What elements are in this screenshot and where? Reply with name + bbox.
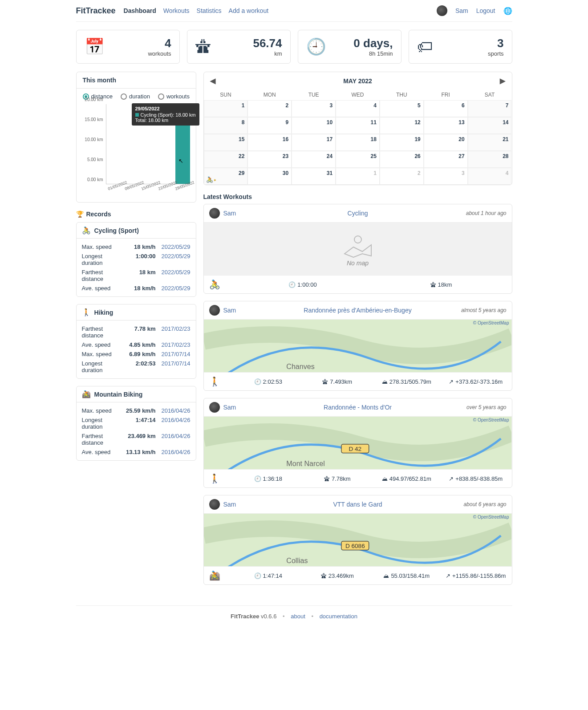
cal-cell[interactable]: 27 — [424, 151, 468, 168]
cal-cell[interactable]: 1 — [204, 100, 248, 117]
cal-cell[interactable]: 12 — [380, 117, 424, 134]
workout-stats: 🚶🕘2:02:53🛣7.493km⛰278.31/505.79m↗+373.62… — [204, 373, 512, 390]
workout-card: SamRandonnée près d'Ambérieu-en-Bugeyalm… — [203, 301, 512, 391]
nav-statistics[interactable]: Statistics — [197, 7, 222, 14]
language-icon[interactable]: 🌐 — [503, 7, 512, 15]
cal-cell[interactable]: 23 — [247, 151, 292, 168]
workout-map[interactable]: D 42Mont Narcel© OpenStreetMap — [204, 416, 512, 470]
footer-doc-link[interactable]: documentation — [320, 613, 357, 620]
workout-map[interactable]: D 6086Collias© OpenStreetMap — [204, 513, 512, 567]
stat-sports-label: sports — [488, 50, 503, 57]
cal-cell[interactable]: 1 — [336, 168, 380, 185]
record-date[interactable]: 2016/04/26 — [156, 407, 191, 414]
cal-cell[interactable]: 30 — [247, 168, 292, 185]
radio-duration[interactable]: duration — [121, 93, 150, 100]
avatar[interactable] — [209, 208, 220, 219]
record-date[interactable]: 2016/04/26 — [156, 449, 191, 455]
cal-cell[interactable]: 3 — [424, 168, 468, 185]
cal-cell[interactable]: 15 — [204, 134, 248, 151]
workout-card: SamVTT dans le Gardabout 6 years agoD 60… — [203, 495, 512, 585]
avatar[interactable] — [209, 402, 220, 413]
user-link[interactable]: Sam — [455, 7, 468, 14]
record-date[interactable]: 2022/05/29 — [156, 243, 191, 250]
footer-about-link[interactable]: about — [291, 613, 305, 620]
cal-cell[interactable]: 9 — [247, 117, 292, 134]
workout-title[interactable]: Randonnée près d'Ambérieu-en-Bugey — [304, 307, 411, 314]
avatar[interactable] — [209, 499, 220, 510]
cal-cell[interactable]: 18 — [336, 134, 380, 151]
cal-cell[interactable]: 25 — [336, 151, 380, 168]
cal-cell[interactable]: 28 — [468, 151, 512, 168]
cal-dow: WED — [336, 89, 380, 100]
osm-credit[interactable]: © OpenStreetMap — [473, 321, 509, 325]
workout-title[interactable]: Randonnée - Monts d'Or — [324, 404, 392, 411]
cal-cell[interactable]: 8 — [204, 117, 248, 134]
logout-link[interactable]: Logout — [476, 7, 495, 14]
record-date[interactable]: 2022/05/29 — [156, 285, 191, 292]
cal-cell[interactable]: 4 — [336, 100, 380, 117]
calendar-prev[interactable]: ◀ — [210, 77, 215, 85]
record-date[interactable]: 2017/07/14 — [156, 360, 191, 373]
cal-dow: THU — [380, 89, 424, 100]
osm-credit[interactable]: © OpenStreetMap — [473, 515, 509, 519]
cal-cell[interactable]: 2 — [380, 168, 424, 185]
svg-text:Mont Narcel: Mont Narcel — [286, 459, 325, 467]
osm-credit[interactable]: © OpenStreetMap — [473, 418, 509, 422]
cal-cell[interactable]: 13 — [424, 117, 468, 134]
nav-add-a-workout[interactable]: Add a workout — [229, 7, 269, 14]
record-date[interactable]: 2016/04/26 — [156, 417, 191, 430]
clock-icon: 🕘 — [306, 37, 326, 56]
workout-user[interactable]: Sam — [223, 404, 236, 411]
workout-title[interactable]: VTT dans le Gard — [333, 501, 382, 508]
cal-cell[interactable]: 17 — [292, 134, 336, 151]
cal-cell[interactable]: 26 — [380, 151, 424, 168]
workout-user[interactable]: Sam — [223, 210, 236, 217]
brand[interactable]: FitTrackee — [76, 6, 116, 16]
record-date[interactable]: 2022/05/29 — [156, 269, 191, 282]
month-chart[interactable]: 0.00 km5.00 km10.00 km15.00 km20.00 km 0… — [83, 104, 190, 198]
cal-cell[interactable]: 24 — [292, 151, 336, 168]
workout-user[interactable]: Sam — [223, 501, 236, 508]
cal-cell[interactable]: 22 — [204, 151, 248, 168]
cal-cell[interactable]: 7 — [468, 100, 512, 117]
cal-cell[interactable]: 2 — [247, 100, 292, 117]
record-date[interactable]: 2022/05/29 — [156, 253, 191, 266]
record-label: Longest duration — [82, 253, 122, 266]
cal-cell[interactable]: 20 — [424, 134, 468, 151]
cal-cell[interactable]: 3 — [292, 100, 336, 117]
cal-cell[interactable]: 6 — [424, 100, 468, 117]
record-row: Longest duration1:47:142016/04/26 — [82, 415, 191, 431]
record-date[interactable]: 2017/07/14 — [156, 351, 191, 357]
calendar-next[interactable]: ▶ — [500, 77, 505, 85]
workout-user[interactable]: Sam — [223, 307, 236, 314]
cal-cell[interactable]: 4 — [468, 168, 512, 185]
record-date[interactable]: 2017/02/23 — [156, 341, 191, 348]
cal-cell[interactable]: 21 — [468, 134, 512, 151]
cal-cell[interactable]: 31 — [292, 168, 336, 185]
avatar[interactable] — [437, 5, 447, 16]
cal-workout-icon[interactable]: 🚴✦ — [206, 176, 217, 183]
nav-workouts[interactable]: Workouts — [163, 7, 190, 14]
cal-cell[interactable]: 10 — [292, 117, 336, 134]
workout-map[interactable]: Chanves© OpenStreetMap — [204, 319, 512, 373]
avatar[interactable] — [209, 305, 220, 316]
stat-distance: 🛣 56.74km — [187, 30, 291, 64]
cal-cell[interactable]: 5 — [380, 100, 424, 117]
record-label: Max. speed — [82, 407, 122, 414]
cal-cell[interactable]: 11 — [336, 117, 380, 134]
tags-icon: 🏷 — [417, 37, 433, 56]
workout-title[interactable]: Cycling — [348, 210, 368, 217]
nav-dashboard[interactable]: Dashboard — [124, 7, 156, 14]
sport-icon: 🚶 — [82, 308, 91, 316]
cal-cell[interactable]: 29🚴✦ — [204, 168, 248, 185]
record-date[interactable]: 2017/02/23 — [156, 325, 191, 339]
stat-sports: 🏷 3sports — [409, 30, 512, 64]
cal-cell[interactable]: 14 — [468, 117, 512, 134]
record-date[interactable]: 2016/04/26 — [156, 433, 191, 446]
cal-cell[interactable]: 16 — [247, 134, 292, 151]
stat-duration-value: 0 days, — [353, 37, 393, 50]
workout-stat: ⛰494.97/652.81m — [376, 475, 438, 482]
cal-cell[interactable]: 19 — [380, 134, 424, 151]
workout-stat: 🕘1:00:00 — [238, 281, 368, 288]
radio-workouts[interactable]: workouts — [158, 93, 190, 100]
